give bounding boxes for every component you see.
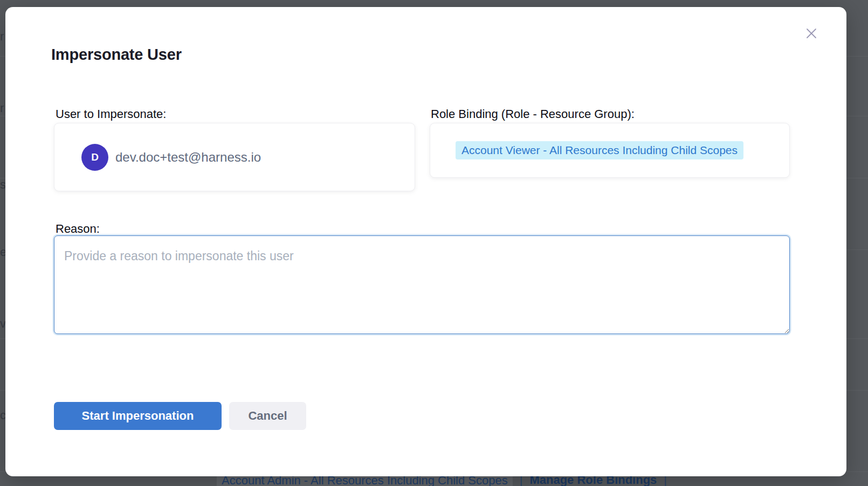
avatar: D	[81, 144, 108, 171]
role-binding-card: Account Viewer - All Resources Including…	[430, 123, 790, 178]
reason-label: Reason:	[56, 222, 100, 236]
page-title: Impersonate User	[51, 46, 182, 64]
impersonate-user-modal: Impersonate User User to Impersonate: D …	[5, 7, 846, 476]
user-card: D dev.doc+test@harness.io	[54, 123, 415, 191]
role-binding-label: Role Binding (Role - Resource Group):	[431, 107, 635, 121]
reason-textarea[interactable]	[54, 235, 790, 334]
user-to-impersonate-label: User to Impersonate:	[56, 107, 166, 121]
cancel-button[interactable]: Cancel	[229, 402, 306, 430]
start-impersonation-button[interactable]: Start Impersonation	[54, 402, 222, 430]
role-binding-badge: Account Viewer - All Resources Including…	[456, 141, 743, 159]
user-email: dev.doc+test@harness.io	[115, 150, 261, 165]
close-x-glyph	[803, 25, 820, 42]
close-icon[interactable]	[802, 24, 821, 43]
modal-actions: Start Impersonation Cancel	[54, 402, 306, 430]
